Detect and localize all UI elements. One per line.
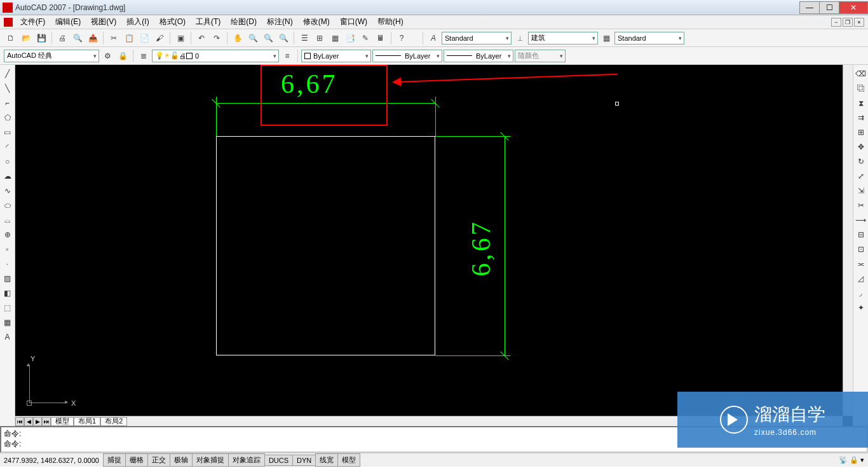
quickcalc-icon[interactable]: 🖩 [374,31,388,45]
tablestyle-dropdown[interactable]: Standard [614,32,684,45]
dyn-toggle[interactable]: DYN [292,455,316,466]
tray-icon[interactable]: ▾ [860,456,864,464]
ducs-toggle[interactable]: DUCS [264,455,293,466]
xline-icon[interactable]: ╲ [1,82,14,95]
snap-toggle[interactable]: 捕捉 [103,453,126,467]
properties-icon[interactable]: ☰ [297,31,311,45]
grid-toggle[interactable]: 栅格 [125,453,148,467]
point-icon[interactable]: · [1,258,14,270]
fillet-icon[interactable]: ◞ [855,287,867,299]
line-icon[interactable]: ╱ [1,67,14,80]
drawing-canvas[interactable]: 6,67 6,67 Y X ▸ ▴ [15,65,853,426]
make-block-icon[interactable]: ▫ [1,243,14,256]
comm-center-icon[interactable]: 📡 [839,456,848,464]
plotstyle-dropdown[interactable]: 随颜色 [515,50,566,62]
maximize-button[interactable]: ☐ [819,1,839,14]
sheetset-icon[interactable]: 📑 [343,31,357,45]
menu-draw[interactable]: 绘图(D) [226,15,262,29]
undo-icon[interactable]: ↶ [194,31,208,45]
gradient-icon[interactable]: ◧ [1,287,14,299]
menu-modify[interactable]: 修改(M) [298,15,335,29]
color-dropdown[interactable]: ByLayer [301,50,371,62]
menu-help[interactable]: 帮助(H) [372,15,409,29]
table-icon[interactable]: ▦ [1,316,14,329]
menu-tools[interactable]: 工具(T) [191,15,226,29]
tablestyle-icon[interactable]: ▦ [599,31,613,45]
tab-prev-button[interactable]: ◀ [24,417,33,426]
ortho-toggle[interactable]: 正交 [147,453,170,467]
break-icon[interactable]: ⊡ [855,243,867,256]
new-icon[interactable]: 🗋 [4,31,18,45]
arc-icon[interactable]: ◜ [1,141,14,153]
dimstyle-icon[interactable]: ⟂ [513,31,527,45]
doc-close[interactable]: × [854,18,864,27]
designcenter-icon[interactable]: ⊞ [313,31,327,45]
scale-icon[interactable]: ⤢ [855,170,867,182]
region-icon[interactable]: ⬚ [1,301,14,314]
menu-format[interactable]: 格式(O) [154,15,191,29]
linetype-dropdown[interactable]: ByLayer [372,50,442,62]
move-icon[interactable]: ✥ [855,141,867,153]
dimstyle-dropdown[interactable]: 建筑 [528,32,598,45]
erase-icon[interactable]: ⌫ [855,67,867,80]
doc-minimize[interactable]: − [831,18,841,27]
mirror-icon[interactable]: ⧗ [855,97,867,109]
block-editor-icon[interactable]: ▣ [173,31,187,45]
ellipse-arc-icon[interactable]: ⌓ [1,214,14,226]
hatch-icon[interactable]: ▨ [1,272,14,285]
save-icon[interactable]: 💾 [34,31,48,45]
doc-restore[interactable]: ❐ [843,18,853,27]
circle-icon[interactable]: ○ [1,155,14,168]
extend-icon[interactable]: ⟶ [855,214,867,226]
explode-icon[interactable]: ✦ [855,301,867,314]
markup-icon[interactable]: ✎ [358,31,372,45]
zoom-prev-icon[interactable]: 🔍 [261,31,275,45]
rotate-icon[interactable]: ↻ [855,155,867,168]
lock-icon[interactable]: 🔒 [850,456,858,464]
print-icon[interactable]: 🖨 [55,31,69,45]
osnap-toggle[interactable]: 对象捕捉 [192,453,229,467]
matchprop-icon[interactable]: 🖌 [153,31,166,45]
join-icon[interactable]: ⫘ [855,258,867,270]
minimize-button[interactable]: — [799,1,820,14]
redo-icon[interactable]: ↷ [210,31,224,45]
menu-window[interactable]: 窗口(W) [335,15,372,29]
textstyle-icon[interactable]: A [426,31,440,45]
zoom-realtime-icon[interactable]: 🔍 [246,31,260,45]
chamfer-icon[interactable]: ◿ [855,272,867,285]
coordinate-display[interactable]: 2477.9392, 1482.6327, 0.0000 [0,457,104,464]
workspace-dropdown[interactable]: AutoCAD 经典 [4,50,99,62]
model-paper-toggle[interactable]: 模型 [337,453,360,467]
tab-first-button[interactable]: ⏮ [15,417,24,426]
copy-icon[interactable]: 📋 [122,31,136,45]
textstyle-dropdown[interactable]: Standard [442,32,512,45]
array-icon[interactable]: ⊞ [855,126,867,139]
preview-icon[interactable]: 🔍 [71,31,85,45]
revcloud-icon[interactable]: ☁ [1,170,14,182]
vertical-scrollbar[interactable] [843,65,853,416]
menu-view[interactable]: 视图(V) [86,15,121,29]
rectangle-icon[interactable]: ▭ [1,126,14,139]
tab-next-button[interactable]: ▶ [33,417,42,426]
pline-icon[interactable]: ⌐ [1,97,14,109]
tab-last-button[interactable]: ⏭ [42,417,51,426]
spline-icon[interactable]: ∿ [1,184,14,197]
open-icon[interactable]: 📂 [19,31,33,45]
ellipse-icon[interactable]: ⬭ [1,199,14,212]
model-tab[interactable]: 模型 [51,417,74,426]
layout1-tab[interactable]: 布局1 [74,417,100,426]
offset-icon[interactable]: ⇉ [855,111,867,124]
insert-block-icon[interactable]: ⊕ [1,228,14,241]
layer-manager-icon[interactable]: ≣ [137,49,151,63]
toolpalette-icon[interactable]: ▦ [328,31,342,45]
help-icon[interactable]: ? [395,31,409,45]
pan-icon[interactable]: ✋ [231,31,245,45]
menu-file[interactable]: 文件(F) [15,15,50,29]
polygon-icon[interactable]: ⬠ [1,111,14,124]
publish-icon[interactable]: 📤 [86,31,100,45]
layer-prev-icon[interactable]: ≡ [280,49,294,63]
otrack-toggle[interactable]: 对象追踪 [228,453,265,467]
break-at-point-icon[interactable]: ⊟ [855,228,867,241]
layout2-tab[interactable]: 布局2 [100,417,127,426]
close-button[interactable]: ✕ [839,1,868,14]
